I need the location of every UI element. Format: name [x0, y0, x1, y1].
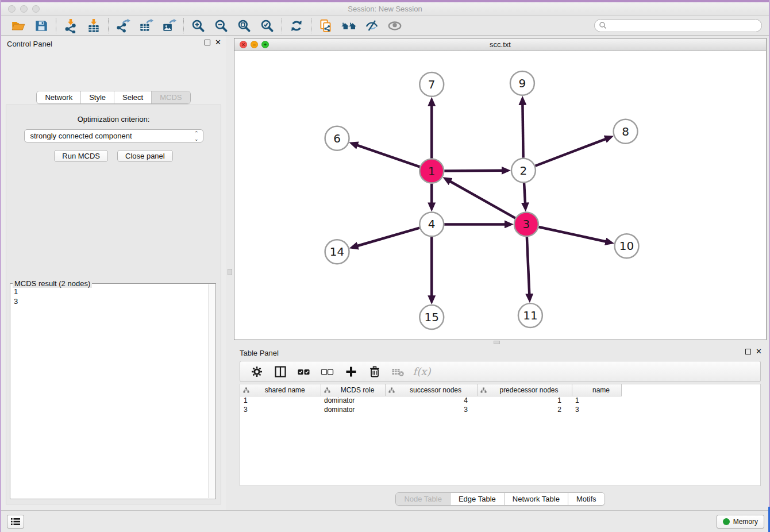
table-tab-node-table[interactable]: Node Table — [396, 493, 450, 505]
export-table-icon[interactable] — [134, 17, 157, 34]
apply-layout-icon[interactable] — [285, 17, 308, 34]
table-cell[interactable]: 3 — [385, 405, 477, 414]
table-tab-edge-table[interactable]: Edge Table — [450, 493, 504, 505]
tab-select[interactable]: Select — [114, 91, 151, 103]
hide-style-icon[interactable] — [360, 17, 383, 34]
show-panel-eye-icon[interactable] — [383, 17, 406, 34]
table-tab-motifs[interactable]: Motifs — [568, 493, 605, 505]
graph-node-label-7: 7 — [428, 78, 436, 91]
mcds-result-text[interactable]: 1 3 — [10, 285, 207, 499]
settings-gear-icon[interactable] — [249, 365, 264, 379]
toolbar-separator — [108, 18, 109, 33]
tab-style[interactable]: Style — [80, 91, 114, 103]
graph-node-label-8: 8 — [622, 125, 629, 138]
column-header-successor-nodes[interactable]: successor nodes — [385, 384, 477, 396]
graph-edge-2-3[interactable] — [524, 183, 525, 204]
close-panel-button[interactable]: Close panel — [117, 150, 173, 162]
window-title: Session: New Session — [1, 5, 769, 13]
zoom-out-icon[interactable] — [210, 17, 233, 34]
splitter-handle[interactable] — [494, 341, 500, 344]
copy-network-icon[interactable] — [314, 17, 337, 34]
graph-edge-2-9[interactable] — [522, 104, 523, 158]
export-image-icon[interactable] — [157, 17, 180, 34]
graph-node-label-15: 15 — [425, 310, 439, 324]
float-panel-icon[interactable] — [745, 349, 751, 354]
table-cell[interactable]: dominator — [321, 405, 385, 414]
graph-node-label-10: 10 — [619, 239, 634, 253]
mcds-panel-body: Optimization criterion: strongly connect… — [6, 105, 221, 504]
graph-node-label-1: 1 — [428, 164, 436, 178]
control-panel: Control Panel ✕ NetworkStyleSelectMCDS O… — [1, 36, 226, 510]
graph-edge-4-14[interactable] — [357, 228, 419, 246]
graph-edge-1-6[interactable] — [357, 145, 420, 167]
table-cell[interactable]: 2 — [477, 405, 572, 414]
criterion-select[interactable]: strongly connected component ⌃⌄ — [24, 129, 203, 142]
search-field-wrap — [594, 19, 762, 32]
search-input[interactable] — [594, 19, 762, 32]
table-tab-bar: Node TableEdge TableNetwork TableMotifs — [234, 492, 767, 506]
table-cell[interactable]: 1 — [477, 396, 572, 405]
show-columns-icon[interactable] — [273, 365, 288, 379]
table-cell[interactable]: 3 — [240, 405, 321, 414]
graph-edge-3-1[interactable] — [450, 181, 515, 218]
save-session-icon[interactable] — [30, 17, 53, 34]
tab-network[interactable]: Network — [37, 91, 80, 103]
graph-node-label-9: 9 — [519, 76, 526, 90]
graph-edge-1-2[interactable] — [444, 171, 503, 171]
delete-row-icon[interactable] — [367, 365, 382, 379]
import-network-icon[interactable] — [59, 17, 82, 34]
graph-edge-2-8[interactable] — [535, 139, 606, 166]
table-cell[interactable]: 3 — [572, 405, 621, 414]
network-window-titlebar[interactable]: ✕ − + scc.txt — [234, 38, 766, 51]
close-panel-icon[interactable]: ✕ — [756, 349, 762, 354]
control-panel-header: Control Panel ✕ — [1, 36, 226, 52]
title-bar: Session: New Session — [1, 2, 769, 16]
float-panel-icon[interactable] — [205, 40, 210, 45]
open-file-icon[interactable] — [7, 17, 30, 34]
table-cell[interactable]: 1 — [572, 396, 621, 405]
home-pages-icon[interactable] — [337, 17, 360, 34]
zoom-selected-icon[interactable] — [256, 17, 279, 34]
zoom-in-icon[interactable] — [187, 17, 210, 34]
unselect-all-icon[interactable] — [320, 365, 335, 379]
table-tabs: Node TableEdge TableNetwork TableMotifs — [395, 492, 605, 506]
network-canvas[interactable]: 7968124314101511 — [234, 51, 766, 340]
control-panel-tabs: NetworkStyleSelectMCDS — [36, 91, 190, 104]
delete-table-icon — [391, 365, 406, 379]
toolbar-separator — [56, 18, 56, 33]
graph-edge-3-10[interactable] — [538, 227, 606, 242]
graph-edge-3-11[interactable] — [527, 237, 529, 295]
splitter-handle[interactable] — [228, 269, 232, 275]
export-network-icon[interactable] — [111, 17, 134, 34]
column-header-shared-name[interactable]: shared name — [240, 384, 321, 396]
run-mcds-button[interactable]: Run MCDS — [54, 150, 108, 162]
import-table-icon[interactable] — [82, 17, 105, 34]
table-cell[interactable]: 1 — [240, 396, 321, 405]
task-list-icon — [10, 517, 21, 526]
select-all-icon[interactable] — [297, 365, 311, 379]
task-console-button[interactable] — [7, 515, 24, 529]
table-panel-title: Table Panel — [240, 349, 279, 357]
tab-mcds[interactable]: MCDS — [151, 91, 190, 103]
close-panel-icon[interactable]: ✕ — [215, 40, 221, 45]
table-tab-network-table[interactable]: Network Table — [504, 493, 568, 505]
horizontal-splitter[interactable] — [234, 340, 767, 345]
main-toolbar — [1, 16, 769, 36]
graph-svg: 7968124314101511 — [234, 51, 766, 340]
table-row[interactable]: 3dominator323 — [240, 405, 760, 414]
column-header-predecessor-nodes[interactable]: predecessor nodes — [477, 384, 572, 396]
graph-node-label-11: 11 — [523, 309, 537, 322]
network-view-window: ✕ − + scc.txt 7968124314101511 — [234, 38, 767, 340]
column-header-MCDS-role[interactable]: MCDS role — [321, 384, 385, 396]
table-cell[interactable]: 4 — [385, 396, 477, 405]
vertical-splitter[interactable] — [226, 36, 234, 510]
zoom-fit-icon[interactable] — [233, 17, 256, 34]
add-row-icon[interactable] — [344, 365, 359, 379]
table-cell[interactable]: dominator — [321, 396, 385, 405]
result-scrollbar[interactable] — [208, 284, 215, 498]
graph-node-label-6: 6 — [333, 132, 341, 145]
toolbar-separator — [311, 18, 311, 33]
column-header-name[interactable]: name — [572, 384, 621, 396]
memory-button[interactable]: Memory — [717, 515, 764, 529]
table-row[interactable]: 1dominator411 — [240, 396, 760, 405]
